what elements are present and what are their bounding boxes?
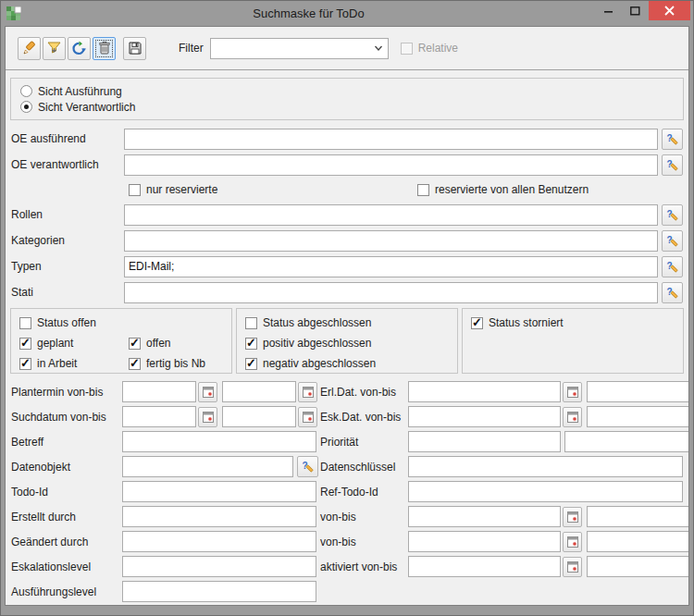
typen-lookup-button[interactable]: ?	[662, 256, 683, 277]
ausfuehrungslevel-input[interactable]	[122, 581, 316, 602]
calendar-icon	[203, 387, 214, 398]
kategorien-lookup-button[interactable]: ?	[662, 230, 683, 252]
reservierte-von-allen-checkbox[interactable]: reservierte von allen Benutzern	[417, 183, 589, 196]
plantermin-bis-calendar-button[interactable]	[298, 382, 317, 402]
titlebar: Suchmaske für ToDo	[1, 1, 693, 26]
rollen-input[interactable]	[124, 204, 658, 226]
delete-filter-button[interactable]	[93, 37, 116, 60]
in-arbeit-checkbox[interactable]: in Arbeit	[19, 357, 129, 370]
aktiviert-von-calendar-button[interactable]	[563, 557, 582, 577]
stati-lookup-button[interactable]: ?	[662, 282, 683, 303]
apply-filter-button[interactable]	[43, 37, 66, 60]
prioritaet-bis-input[interactable]	[564, 431, 688, 452]
refresh-icon	[71, 41, 87, 56]
todo-id-input[interactable]	[122, 481, 316, 502]
status-storniert-checkbox[interactable]: Status storniert	[471, 316, 564, 329]
status-abgeschlossen-checkbox[interactable]: Status abgeschlossen	[245, 316, 371, 329]
status-offen-checkbox[interactable]: Status offen	[19, 316, 96, 329]
search-form: Sicht Ausführung Sicht Verantwortlich OE…	[6, 69, 688, 605]
nur-reservierte-checkbox[interactable]: nur reservierte	[129, 183, 417, 196]
window-title: Suchmaske für ToDo	[22, 6, 595, 20]
close-button[interactable]	[649, 1, 690, 20]
radio-icon[interactable]	[20, 85, 32, 97]
plantermin-von-calendar-button[interactable]	[198, 382, 217, 402]
lookup-icon: ?	[301, 460, 315, 474]
eskdat-von-input[interactable]	[408, 406, 561, 427]
radio-sicht-verantwortlich[interactable]: Sicht Verantwortlich	[20, 99, 674, 115]
aktiviert-bis-input[interactable]	[587, 556, 688, 577]
positiv-abgeschlossen-checkbox[interactable]: positiv abgeschlossen	[245, 337, 371, 350]
aktiviert-von-input[interactable]	[408, 556, 561, 577]
fertig-bis-nb-checkbox[interactable]: fertig bis Nb	[129, 357, 205, 370]
oe-verantwortlich-lookup-button[interactable]: ?	[662, 154, 683, 176]
row-geaendert-durch: Geändert durch von-bis	[8, 529, 686, 554]
suchdatum-bis-input[interactable]	[222, 406, 296, 427]
calendar-icon	[203, 412, 214, 423]
maximize-button[interactable]	[622, 1, 649, 20]
row-datenobjekt-datenschluessel: Datenobjekt ? Datenschlüssel	[8, 454, 686, 479]
calendar-icon	[303, 412, 314, 423]
row-plantermin: Plantermin von-bis	[8, 379, 686, 404]
radio-sicht-ausfuehrung[interactable]: Sicht Ausführung	[20, 83, 674, 99]
row-suchdatum: Suchdatum von-bis	[8, 404, 686, 429]
geplant-checkbox[interactable]: geplant	[19, 337, 129, 350]
edit-button[interactable]	[18, 37, 41, 60]
geaendert-von-calendar-button[interactable]	[563, 532, 582, 552]
oe-ausfuehrend-lookup-button[interactable]: ?	[662, 129, 683, 150]
dialog-window: Suchmaske für ToDo	[0, 0, 694, 616]
geaendert-von-input[interactable]	[408, 531, 561, 552]
negativ-abgeschlossen-checkbox[interactable]: negativ abgeschlossen	[245, 357, 376, 370]
lookup-icon: ?	[665, 208, 679, 222]
oe-ausfuehrend-input[interactable]	[124, 129, 658, 150]
erstellt-durch-input[interactable]	[122, 506, 316, 527]
erldat-bis-input[interactable]	[587, 381, 688, 402]
plantermin-bis-input[interactable]	[222, 381, 296, 402]
stati-input[interactable]	[124, 282, 658, 303]
oe-verantwortlich-input[interactable]	[124, 154, 658, 176]
geaendert-bis-input[interactable]	[587, 531, 688, 552]
calendar-icon	[567, 387, 578, 398]
kategorien-input[interactable]	[124, 230, 658, 252]
app-icon	[6, 6, 22, 22]
ref-todo-id-input[interactable]	[408, 481, 683, 502]
save-filter-button[interactable]	[123, 37, 146, 60]
lookup-icon: ?	[665, 132, 679, 146]
calendar-icon	[567, 412, 578, 423]
row-ausfuehrungslevel: Ausführungslevel	[8, 579, 686, 604]
betreff-input[interactable]	[122, 431, 316, 452]
close-icon	[664, 6, 675, 16]
eskdat-bis-input[interactable]	[587, 406, 688, 427]
erldat-von-calendar-button[interactable]	[563, 382, 582, 402]
view-radio-group: Sicht Ausführung Sicht Verantwortlich	[10, 78, 684, 120]
typen-input[interactable]	[124, 256, 658, 277]
row-eskalationslevel: Eskalationslevel aktiviert von-bis	[8, 554, 686, 579]
refresh-filter-button[interactable]	[68, 37, 91, 60]
erstellt-von-input[interactable]	[408, 506, 561, 527]
rollen-lookup-button[interactable]: ?	[662, 204, 683, 226]
filter-combobox[interactable]	[210, 38, 389, 59]
lookup-icon: ?	[665, 260, 679, 274]
suchdatum-bis-calendar-button[interactable]	[298, 407, 317, 427]
eskalationslevel-input[interactable]	[122, 556, 316, 577]
geaendert-durch-input[interactable]	[122, 531, 316, 552]
datenschluessel-input[interactable]	[408, 456, 683, 477]
erldat-von-input[interactable]	[408, 381, 561, 402]
suchdatum-von-calendar-button[interactable]	[198, 407, 217, 427]
eskdat-von-calendar-button[interactable]	[563, 407, 582, 427]
prioritaet-von-input[interactable]	[408, 431, 561, 452]
plantermin-von-input[interactable]	[122, 381, 196, 402]
lookup-icon: ?	[665, 158, 679, 172]
save-icon	[128, 41, 143, 55]
erstellt-von-calendar-button[interactable]	[563, 507, 582, 527]
pen-icon	[21, 41, 37, 56]
offen-checkbox[interactable]: offen	[129, 337, 170, 350]
status-storniert-group: Status storniert	[462, 308, 684, 374]
status-groups: Status offen geplant offen	[10, 308, 684, 374]
radio-icon[interactable]	[20, 101, 32, 113]
row-erstellt-durch: Erstellt durch von-bis	[8, 504, 686, 529]
erstellt-bis-input[interactable]	[587, 506, 688, 527]
datenobjekt-lookup-button[interactable]: ?	[297, 456, 318, 477]
datenobjekt-input[interactable]	[122, 456, 293, 477]
minimize-button[interactable]	[595, 1, 622, 20]
suchdatum-von-input[interactable]	[122, 406, 196, 427]
